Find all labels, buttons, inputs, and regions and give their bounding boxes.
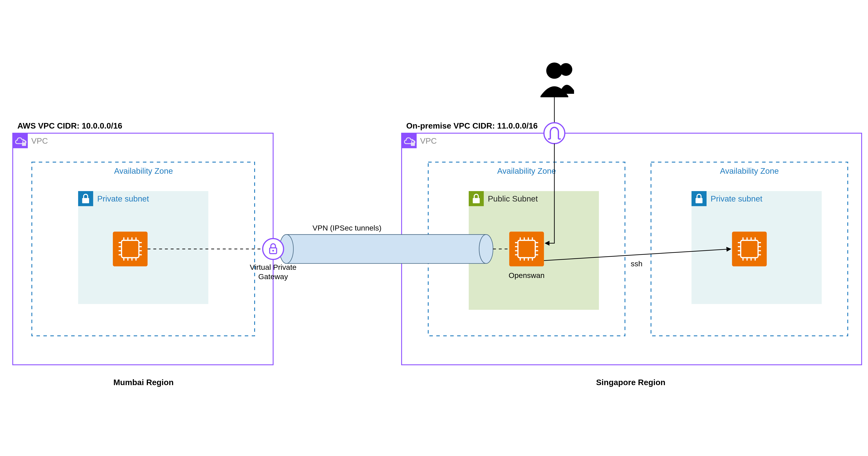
svg-point-70 <box>546 62 562 79</box>
right-region-label: Singapore Region <box>596 378 665 387</box>
svg-rect-4 <box>113 232 148 266</box>
vpg-label-line1: Virtual Private <box>250 263 297 272</box>
lock-icon <box>691 191 707 206</box>
users-icon <box>540 62 574 97</box>
lock-icon <box>78 191 93 206</box>
vpg-label-line2: Gateway <box>258 273 288 281</box>
svg-point-68 <box>272 250 274 252</box>
left-az-label: Availability Zone <box>114 166 173 175</box>
svg-rect-46 <box>732 232 767 266</box>
vpn-tunnel-icon <box>279 234 493 263</box>
svg-rect-45 <box>695 198 703 203</box>
left-vpc-title: AWS VPC CIDR: 10.0.0.0/16 <box>18 121 122 130</box>
right-vpc-title: On-premise VPC CIDR: 11.0.0.0/16 <box>406 121 538 130</box>
svg-point-71 <box>544 123 565 144</box>
right-subnet-label: Private subnet <box>711 194 762 203</box>
left-vpc-label: VPC <box>31 136 48 145</box>
svg-point-66 <box>262 238 283 259</box>
svg-rect-3 <box>82 198 89 203</box>
ec2-icon <box>732 232 767 266</box>
ssh-label: ssh <box>631 259 642 268</box>
virtual-private-gateway-icon <box>262 238 283 259</box>
left-subnet-label: Private subnet <box>97 194 149 203</box>
openswan-label: Openswan <box>509 271 545 280</box>
vpc-icon <box>13 133 28 148</box>
public-subnet-label: Public Subnet <box>488 194 538 203</box>
svg-rect-23 <box>411 142 415 146</box>
svg-rect-26 <box>509 232 544 266</box>
internet-gateway-icon <box>544 123 565 144</box>
tunnel-label: VPN (IPSec tunnels) <box>312 224 381 232</box>
right-az2-label: Availability Zone <box>720 166 779 175</box>
right-vpc-label: VPC <box>420 136 437 145</box>
ec2-icon <box>113 232 148 266</box>
left-region-label: Mumbai Region <box>113 378 174 387</box>
lock-icon <box>469 191 484 206</box>
vpc-icon <box>402 133 416 148</box>
ec2-icon <box>509 232 544 266</box>
svg-rect-25 <box>473 198 479 203</box>
architecture-diagram: AWS VPC CIDR: 10.0.0.0/16 VPC Availabili… <box>0 0 868 456</box>
right-az1-label: Availability Zone <box>497 166 556 175</box>
svg-rect-1 <box>22 142 26 146</box>
